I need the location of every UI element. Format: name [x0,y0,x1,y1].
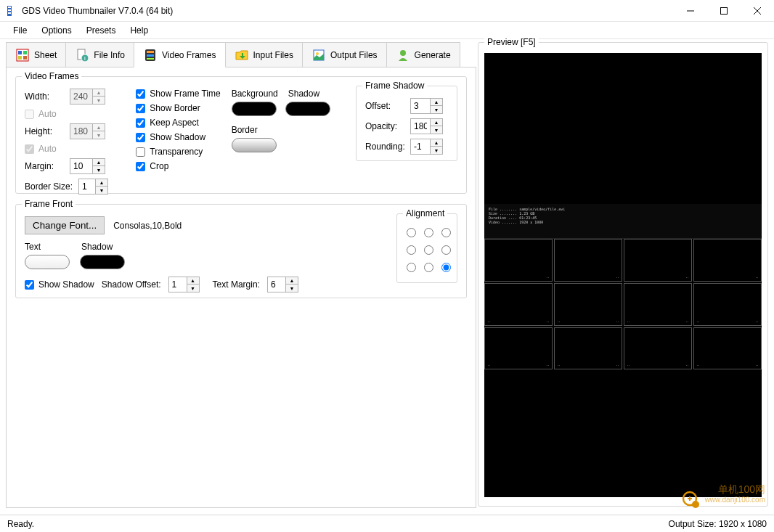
svg-rect-18 [147,54,154,57]
menu-help[interactable]: Help [123,24,155,37]
align-bl[interactable] [407,263,416,272]
status-left: Ready. [7,519,34,529]
videoframes-icon [143,48,158,62]
preview-cell: ···· [624,327,692,370]
margin-down[interactable]: ▼ [93,166,105,173]
maximize-button[interactable] [707,0,741,22]
shadow-offset-down[interactable]: ▼ [187,285,199,292]
transparency-checkbox[interactable] [136,147,145,157]
preview-image[interactable]: File ........ sample/video/file.aviSize … [484,53,762,497]
preview-cell: ···· [484,327,553,370]
text-shadow-color-label: Shadow [81,242,113,252]
frame-font-legend: Frame Front [22,199,76,209]
rounding-up[interactable]: ▲ [431,139,442,147]
align-mr[interactable] [441,245,451,255]
bordersize-down[interactable]: ▼ [96,187,107,194]
font-show-shadow-checkbox[interactable] [25,280,34,290]
alignment-radio-grid [403,224,451,275]
frame-shadow-group: Frame Shadow Offset: ▲▼ Opacity: ▲▼ [356,86,457,161]
opacity-spinner[interactable]: ▲▼ [410,118,443,134]
svg-rect-11 [18,56,22,60]
rounding-input[interactable] [411,142,430,152]
shadow-color-swatch[interactable] [285,102,330,116]
text-shadow-color-swatch[interactable] [80,255,125,269]
text-margin-spinner[interactable]: ▲▼ [267,277,298,292]
statusbar: Ready. Output Size: 1920 x 1080 [0,515,774,532]
width-up: ▲ [93,89,105,97]
minimize-button[interactable] [674,0,707,22]
tab-outputfiles-label: Output Files [330,50,378,60]
opacity-up[interactable]: ▲ [431,119,442,126]
shadow-offset-input[interactable] [169,279,187,290]
titlebar: GDS Video Thumbnailer V7.0.4 (64 bit) [0,0,774,22]
tab-sheet[interactable]: Sheet [6,42,66,67]
preview-cell: ·· [624,239,692,282]
menu-presets[interactable]: Presets [79,24,123,37]
text-color-swatch[interactable] [25,255,70,269]
align-mc[interactable] [424,245,433,255]
rounding-down[interactable]: ▼ [431,147,442,154]
opacity-down[interactable]: ▼ [431,126,442,134]
tab-content: Video Frames Width: ▲▼ Auto Height: [6,67,476,508]
menu-options[interactable]: Options [34,24,78,37]
generate-icon [396,48,410,62]
preview-thumbnail-grid: ·· ·· ·· ·· ···· ···· ···· ···· ···· ···… [484,239,762,369]
margin-up[interactable]: ▲ [93,159,105,166]
width-label: Width: [25,91,70,102]
show-frame-time-label: Show Frame Time [150,89,220,99]
background-color-swatch[interactable] [232,102,277,116]
change-font-button[interactable]: Change Font... [25,216,105,234]
crop-checkbox[interactable] [136,162,145,171]
show-shadow-checkbox[interactable] [136,133,145,142]
video-frames-group: Video Frames Width: ▲▼ Auto Height: [15,76,467,194]
tab-inputfiles[interactable]: Input Files [225,42,303,67]
align-tr[interactable] [441,228,451,237]
text-margin-up[interactable]: ▲ [286,277,298,285]
tab-outputfiles[interactable]: Output Files [302,42,387,67]
rounding-label: Rounding: [365,142,410,152]
margin-spinner[interactable]: ▲▼ [70,158,105,174]
offset-input[interactable] [411,101,430,111]
show-frame-time-checkbox[interactable] [136,89,145,99]
text-margin-input[interactable] [268,279,285,290]
close-button[interactable] [741,0,774,22]
opacity-input[interactable] [411,121,430,131]
offset-down[interactable]: ▼ [431,106,442,113]
fileinfo-icon: i [75,48,89,62]
bordersize-spinner[interactable]: ▲▼ [78,179,108,195]
svg-rect-19 [147,58,154,60]
tab-fileinfo[interactable]: i File Info [65,42,134,67]
bordersize-input[interactable] [79,181,95,192]
offset-spinner[interactable]: ▲▼ [410,98,443,114]
align-tl[interactable] [407,228,416,237]
border-color-label: Border [232,125,258,135]
text-margin-label: Text Margin: [213,279,260,290]
tab-videoframes[interactable]: Video Frames [134,42,225,67]
preview-cell: ···· [554,283,622,326]
margin-input[interactable] [70,161,92,171]
text-margin-down[interactable]: ▼ [286,285,298,292]
menu-file[interactable]: File [6,24,34,37]
sheet-icon [15,48,30,62]
preview-header-text: File ........ sample/video/file.aviSize … [484,204,762,239]
show-border-checkbox[interactable] [136,104,145,113]
shadow-offset-up[interactable]: ▲ [187,277,199,285]
svg-point-22 [400,50,406,56]
rounding-spinner[interactable]: ▲▼ [410,139,443,155]
align-bc[interactable] [424,263,433,272]
tab-inputfiles-label: Input Files [253,50,293,60]
tab-videoframes-label: Video Frames [162,50,216,60]
offset-up[interactable]: ▲ [431,99,442,106]
align-ml[interactable] [407,245,416,255]
bordersize-up[interactable]: ▲ [96,179,107,187]
shadow-offset-spinner[interactable]: ▲▼ [168,277,200,292]
height-down: ▼ [93,131,105,139]
align-br[interactable] [441,263,451,272]
keep-aspect-checkbox[interactable] [136,118,145,128]
align-tc[interactable] [424,228,433,237]
border-color-swatch[interactable] [232,138,277,152]
text-color-label: Text [25,242,70,252]
tab-generate[interactable]: Generate [386,42,460,67]
height-auto-checkbox [25,144,34,154]
crop-label: Crop [150,161,168,171]
